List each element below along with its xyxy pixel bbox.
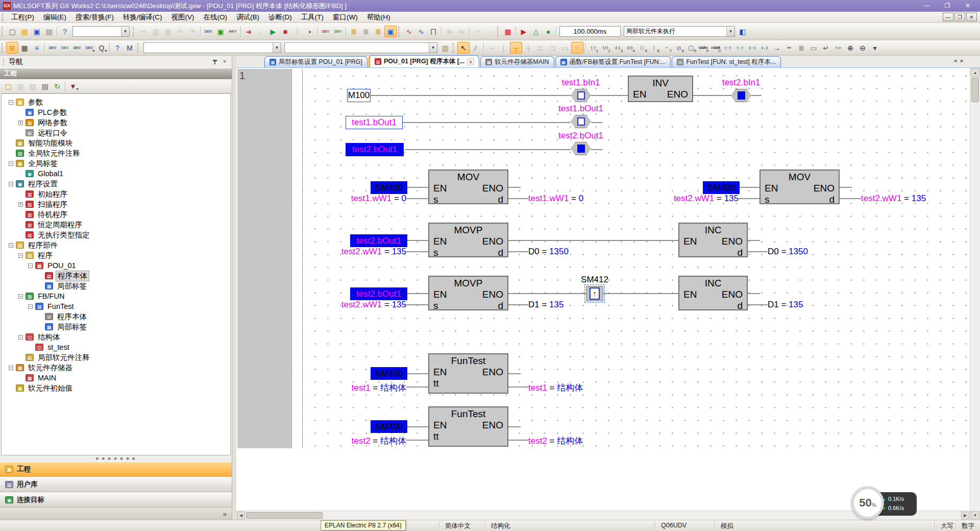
tree-item-初始程序[interactable]: ▥初始程序 <box>2 189 230 199</box>
new-project-icon[interactable]: ▢ <box>6 26 18 37</box>
tree-item-无执行类型指定[interactable]: ▥无执行类型指定 <box>2 230 230 240</box>
vertical-line-pair-icon[interactable]: ││5 <box>636 42 648 54</box>
tab-FunTest [FUN[interactable]: stFunTest [FUN: st_test] 程序本... <box>672 56 781 67</box>
device-test-icon[interactable]: HKY <box>227 26 239 37</box>
data-properties-icon[interactable]: ▤ <box>39 80 51 92</box>
view-button-连接目标[interactable]: ▣连接目标 <box>0 492 232 508</box>
toolbar-grip[interactable] <box>2 27 5 37</box>
network-margin-column[interactable] <box>237 69 292 448</box>
return-icon[interactable]: ↵ <box>820 42 832 54</box>
panel-splitter[interactable] <box>232 56 236 520</box>
vertical-line-icon[interactable]: │6 <box>648 42 660 54</box>
menu-grip[interactable] <box>2 13 5 21</box>
close-button[interactable]: ✕ <box>958 1 978 11</box>
fbd-block-INC[interactable]: INCENENOd <box>678 276 748 310</box>
expand-icon[interactable]: + <box>18 120 23 125</box>
menu-v[interactable]: 视图(V) <box>167 12 199 23</box>
tree-item-局部软元件注释[interactable]: ▤局部软元件注释 <box>2 352 230 363</box>
wrap-line-icon[interactable]: ⊂⊃ <box>832 42 844 54</box>
variable-box[interactable]: SM400 <box>371 367 407 380</box>
tree-item-参数[interactable]: −▦参数 <box>2 97 230 107</box>
fbd-block-MOV[interactable]: MOVENENOsd <box>428 170 508 204</box>
align-left-icon[interactable]: ⊏ <box>534 42 547 54</box>
collapse-icon[interactable]: − <box>18 294 23 299</box>
fbd-block-FunTest[interactable]: FunTestENENOtt <box>428 406 508 447</box>
watch-start-icon[interactable]: ≋ <box>443 26 455 37</box>
open-project-icon[interactable]: ▤ <box>18 26 31 37</box>
zoom-out-icon[interactable]: ⊖ <box>856 42 869 54</box>
tree-item-远程口令[interactable]: ◍远程口令 <box>2 128 230 138</box>
tree-item-软元件初始值[interactable]: ▦软元件初始值 <box>2 383 230 393</box>
write-to-plc-icon[interactable]: ➜ <box>242 26 255 37</box>
device-reference-icon[interactable]: DEV <box>71 42 83 54</box>
wire-vertical-icon[interactable]: │ <box>498 42 510 54</box>
tree-item-Global1[interactable]: ◉Global1 <box>2 168 230 179</box>
watch-expression-combo-1[interactable]: ▼ <box>143 42 281 53</box>
menu-c[interactable]: 转换/编译(C) <box>118 12 167 23</box>
assignment-label[interactable]: D0 = 1350 <box>768 247 808 257</box>
tree-item-全局标签[interactable]: −▦全局标签 <box>2 158 230 168</box>
scroll-up-icon[interactable]: ▲ <box>971 68 979 77</box>
toolbar-grip[interactable] <box>453 43 456 53</box>
variable-box[interactable]: test2.bOut1 <box>350 234 407 247</box>
falling-branch-icon[interactable]: ╡↓╞ <box>758 42 771 54</box>
variable-box[interactable]: SM400 <box>371 181 407 194</box>
assignment-label[interactable]: D1 = 135 <box>528 300 564 310</box>
device-comment-icon[interactable]: DEV <box>202 26 214 37</box>
fbd-block-FunTest[interactable]: FunTestENENOtt <box>428 353 508 394</box>
variable-box[interactable]: SM400 <box>703 181 740 194</box>
undo-icon[interactable]: ↶ <box>174 26 186 37</box>
mdi-restore-button[interactable]: ❐ <box>954 13 965 21</box>
trace-sample-icon[interactable]: ⨅ <box>427 26 439 37</box>
horizontal-scroll-thumb[interactable] <box>246 512 323 519</box>
monitor-window-icon[interactable]: ▣ <box>214 26 227 37</box>
ladder-back-icon[interactable]: ≣ <box>360 26 372 37</box>
tree-item-恒定周期程序[interactable]: ▥恒定周期程序 <box>2 220 230 230</box>
input-label-icon[interactable]: VAR=9 <box>697 42 709 54</box>
device-display-format-icon[interactable]: DEV▼ <box>83 42 95 54</box>
tree-item-FB/FUN[interactable]: −▨FB/FUN <box>2 291 230 301</box>
debug-break-icon[interactable]: △ <box>530 26 542 37</box>
tree-item-程序本体[interactable]: st程序本体 <box>2 311 230 322</box>
monitor-start-icon[interactable]: ▶ <box>267 26 279 37</box>
watch-register-icon[interactable]: │∿ <box>471 26 483 37</box>
help-icon[interactable]: ? <box>59 26 71 37</box>
view-splitter-dots[interactable]: ■ ■ ■ ■ ■ ■ ■ <box>0 455 232 462</box>
navigation-grip[interactable] <box>3 58 6 65</box>
read-from-plc-icon[interactable]: ← <box>255 26 267 37</box>
assignment-label[interactable]: test1 = 结构体 <box>352 382 406 394</box>
collapse-icon[interactable]: − <box>28 304 33 309</box>
exec-condition-setting-icon[interactable]: ◧ <box>737 26 749 37</box>
tree-item-程序本体[interactable]: ▤程序本体 <box>2 271 230 281</box>
comment-box-icon[interactable]: ≣ <box>795 42 807 54</box>
rising-branch-icon[interactable]: ╡↑╞ <box>746 42 758 54</box>
assignment-label[interactable]: test1 = 结构体 <box>528 382 583 394</box>
jump-icon[interactable]: → <box>771 42 783 54</box>
operand-icon[interactable]: «» <box>783 42 795 54</box>
interconnect-mode-icon[interactable]: ∕ <box>470 42 482 54</box>
collapse-icon[interactable]: − <box>28 263 33 268</box>
tab-函数/FB标签设置 Fu[interactable]: ▦函数/FB标签设置 FunTest [FUN:... <box>555 56 671 67</box>
menu-t[interactable]: 工具(T) <box>297 12 328 23</box>
content-outline-icon[interactable]: ≡ <box>31 42 43 54</box>
navigation-close-icon[interactable]: × <box>220 58 229 66</box>
select-mode-icon[interactable]: ↖ <box>457 42 470 54</box>
guided-mode-icon[interactable]: ▭ <box>559 42 571 54</box>
assignment-label[interactable]: test2.wW1 = 135 <box>341 300 406 310</box>
ladder-symbol-mode-icon[interactable]: ┤├ <box>571 42 583 54</box>
tree-item-局部标签[interactable]: ▦局部标签 <box>2 281 230 291</box>
debug-run-icon[interactable]: ▶ <box>518 26 530 37</box>
chevron-down-icon[interactable]: ▼ <box>273 43 281 53</box>
watch-stop-icon[interactable]: ≋ <box>455 26 468 37</box>
statement-icon[interactable]: ▭ <box>807 42 820 54</box>
menu-h[interactable]: 帮助(H) <box>362 12 395 23</box>
contact-closed-branch-icon[interactable]: ╡/╞4 <box>624 42 636 54</box>
tree-item-软元件存储器[interactable]: −▦软元件存储器 <box>2 363 230 373</box>
tree-item-程序设置[interactable]: −▣程序设置 <box>2 179 230 189</box>
quick-search-combo[interactable]: ▼ <box>72 26 130 37</box>
tab-scroll-right-icon[interactable]: ► <box>960 58 965 63</box>
window-display-icon[interactable]: ▣ <box>384 26 397 37</box>
tree-item-局部标签[interactable]: ▦局部标签 <box>2 322 230 332</box>
collapse-icon[interactable]: − <box>9 182 13 186</box>
module-configuration-icon[interactable]: ▦ <box>18 42 31 54</box>
